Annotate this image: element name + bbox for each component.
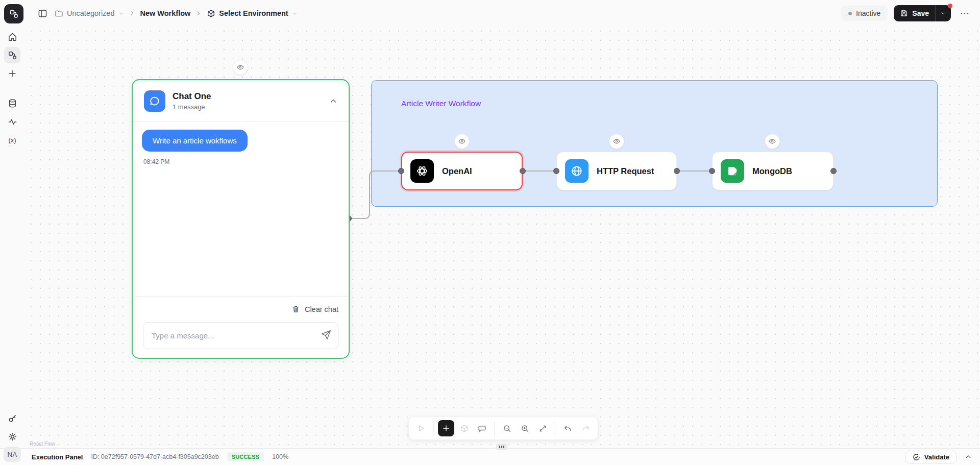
play-icon bbox=[416, 424, 426, 433]
chevron-down-icon bbox=[118, 11, 124, 16]
send-message-button[interactable] bbox=[321, 329, 332, 340]
statusbar-actions: Validate bbox=[905, 451, 972, 463]
breadcrumb-category[interactable]: Uncategorized bbox=[55, 9, 124, 18]
trash-icon bbox=[291, 305, 300, 313]
react-flow-attribution: React Flow bbox=[30, 441, 55, 447]
plus-icon bbox=[8, 69, 17, 78]
sidebar-toggle-icon[interactable] bbox=[36, 7, 50, 20]
workflow-group-title: Article Writer Workflow bbox=[401, 99, 481, 108]
validate-button-label: Validate bbox=[924, 453, 949, 461]
chat-header: Chat One 1 message bbox=[133, 80, 349, 121]
cube-icon bbox=[460, 424, 469, 433]
http-output-port[interactable] bbox=[674, 168, 680, 174]
check-circle-icon bbox=[913, 453, 920, 461]
http-visibility-toggle-icon[interactable] bbox=[609, 134, 624, 149]
redo-button[interactable] bbox=[577, 420, 594, 436]
chat-visibility-toggle-icon[interactable] bbox=[233, 60, 248, 75]
node-http-request[interactable]: HTTP Request bbox=[556, 152, 677, 190]
chevron-right-icon bbox=[195, 10, 202, 16]
home-icon bbox=[8, 32, 17, 42]
breadcrumb-category-label: Uncategorized bbox=[67, 9, 115, 17]
clear-chat-button[interactable]: Clear chat bbox=[291, 303, 338, 315]
chat-actions-row: Clear chat bbox=[143, 303, 338, 315]
chevron-down-icon bbox=[940, 10, 946, 16]
eye-icon bbox=[458, 137, 466, 145]
folder-icon bbox=[55, 9, 63, 18]
sidebar-item-workflows[interactable] bbox=[4, 47, 20, 63]
save-split-button: Save bbox=[894, 5, 951, 21]
toolbar-divider bbox=[433, 421, 434, 436]
package-icon bbox=[207, 9, 215, 18]
activity-icon bbox=[8, 117, 17, 127]
breadcrumb-workflow-label: New Workflow bbox=[140, 9, 191, 17]
sidebar-item-database[interactable] bbox=[4, 95, 20, 111]
openai-visibility-toggle-icon[interactable] bbox=[454, 134, 470, 149]
add-node-button[interactable] bbox=[438, 420, 454, 436]
user-avatar[interactable]: NA bbox=[4, 447, 21, 462]
save-button-label: Save bbox=[912, 9, 929, 17]
add-comment-button[interactable] bbox=[474, 420, 490, 436]
zoom-in-icon bbox=[521, 424, 529, 433]
workflow-logo-icon bbox=[9, 9, 19, 19]
chat-message-count: 1 message bbox=[173, 103, 211, 111]
fit-view-button[interactable] bbox=[534, 420, 551, 436]
chat-footer: Clear chat bbox=[133, 296, 349, 358]
panel-resize-handle[interactable] bbox=[496, 444, 507, 450]
mongodb-output-port[interactable] bbox=[830, 168, 837, 174]
topbar-actions: Inactive Save ⋯ bbox=[841, 5, 973, 21]
chat-bubble-icon bbox=[144, 90, 165, 112]
execution-status-badge: SUCCESS bbox=[227, 452, 264, 461]
more-options-button[interactable]: ⋯ bbox=[957, 7, 973, 20]
environment-selector-label: Select Environment bbox=[219, 9, 288, 17]
zoom-out-button[interactable] bbox=[499, 420, 515, 436]
chevron-up-icon bbox=[329, 97, 337, 105]
sidebar-item-credentials[interactable] bbox=[4, 410, 20, 426]
node-openai[interactable]: OpenAI bbox=[401, 152, 523, 190]
chat-message-input[interactable] bbox=[143, 322, 338, 349]
save-icon bbox=[900, 9, 908, 17]
chat-message-timestamp: 08:42 PM bbox=[143, 158, 339, 165]
eye-icon bbox=[236, 63, 244, 71]
node-mongodb[interactable]: MongoDB bbox=[712, 152, 834, 190]
mongodb-input-port[interactable] bbox=[709, 168, 715, 174]
openai-input-port[interactable] bbox=[398, 168, 404, 174]
http-input-port[interactable] bbox=[553, 168, 559, 174]
execution-panel-title: Execution Panel bbox=[32, 453, 83, 461]
inactive-dot bbox=[848, 12, 852, 15]
workflow-icon bbox=[8, 51, 17, 60]
chat-collapse-button[interactable] bbox=[329, 97, 337, 105]
sidebar-item-variables[interactable]: (x) bbox=[4, 132, 20, 148]
left-sidebar: (x) NA bbox=[0, 25, 24, 465]
add-group-button[interactable] bbox=[456, 420, 472, 436]
workflow-canvas[interactable]: Article Writer Workflow OpenAI HTTP Requ… bbox=[24, 25, 980, 448]
run-workflow-button[interactable] bbox=[413, 420, 429, 436]
sidebar-item-executions[interactable] bbox=[4, 113, 20, 130]
execution-run-id: ID: 0e72f957-0579-47d7-acb4-f305a9c203eb bbox=[91, 453, 218, 460]
chat-title: Chat One bbox=[173, 91, 211, 102]
chat-input-wrap bbox=[143, 322, 338, 349]
zoom-in-button[interactable] bbox=[517, 420, 533, 436]
zoom-out-icon bbox=[503, 424, 511, 433]
mongodb-visibility-toggle-icon[interactable] bbox=[765, 134, 780, 149]
sidebar-item-settings[interactable] bbox=[4, 428, 20, 445]
variables-icon: (x) bbox=[8, 136, 16, 144]
breadcrumb-workflow[interactable]: New Workflow bbox=[140, 9, 191, 17]
expand-panel-icon[interactable] bbox=[965, 453, 972, 460]
validate-button[interactable]: Validate bbox=[905, 451, 957, 463]
openai-output-port[interactable] bbox=[520, 168, 526, 174]
canvas-toolbar bbox=[408, 417, 598, 440]
environment-selector[interactable]: Select Environment bbox=[207, 9, 297, 18]
workflow-status-toggle[interactable]: Inactive bbox=[841, 6, 888, 21]
eye-icon bbox=[612, 137, 621, 145]
sidebar-item-new[interactable] bbox=[4, 65, 20, 82]
sidebar-item-home[interactable] bbox=[4, 29, 20, 45]
eye-icon bbox=[768, 137, 776, 145]
node-label: HTTP Request bbox=[597, 166, 654, 176]
app-logo[interactable] bbox=[4, 4, 23, 23]
undo-button[interactable] bbox=[559, 420, 576, 436]
plus-icon bbox=[442, 424, 450, 432]
expand-icon bbox=[538, 424, 547, 433]
key-icon bbox=[8, 413, 17, 423]
save-button[interactable]: Save bbox=[894, 5, 935, 21]
chevron-right-icon bbox=[129, 10, 135, 16]
